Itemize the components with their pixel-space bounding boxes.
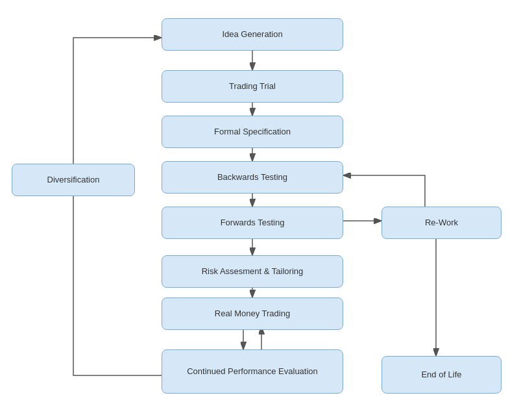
risk-assessment-label: Risk Assesment & Tailoring bbox=[202, 266, 304, 277]
forwards-testing-label: Forwards Testing bbox=[221, 218, 285, 229]
real-money-trading-box: Real Money Trading bbox=[162, 297, 343, 330]
diversification-label: Diversification bbox=[47, 175, 100, 186]
backwards-testing-label: Backwards Testing bbox=[217, 172, 287, 183]
trading-trial-label: Trading Trial bbox=[229, 81, 276, 92]
end-of-life-box: End of Life bbox=[381, 356, 502, 394]
continued-performance-box: Continued Performance Evaluation bbox=[162, 349, 343, 394]
rework-label: Re-Work bbox=[425, 218, 458, 229]
idea-generation-box: Idea Generation bbox=[162, 18, 343, 51]
formal-specification-label: Formal Specification bbox=[214, 127, 291, 138]
continued-performance-label: Continued Performance Evaluation bbox=[187, 366, 318, 377]
formal-specification-box: Formal Specification bbox=[162, 116, 343, 148]
diversification-box: Diversification bbox=[12, 164, 135, 196]
risk-assessment-box: Risk Assesment & Tailoring bbox=[162, 255, 343, 288]
backwards-testing-box: Backwards Testing bbox=[162, 161, 343, 194]
end-of-life-label: End of Life bbox=[421, 370, 461, 381]
flowchart-diagram: Idea Generation Trading Trial Formal Spe… bbox=[0, 0, 532, 404]
forwards-testing-box: Forwards Testing bbox=[162, 207, 343, 239]
trading-trial-box: Trading Trial bbox=[162, 70, 343, 103]
arrows-layer bbox=[0, 0, 532, 404]
idea-generation-label: Idea Generation bbox=[222, 29, 282, 40]
real-money-trading-label: Real Money Trading bbox=[215, 309, 290, 320]
rework-box: Re-Work bbox=[381, 207, 502, 239]
